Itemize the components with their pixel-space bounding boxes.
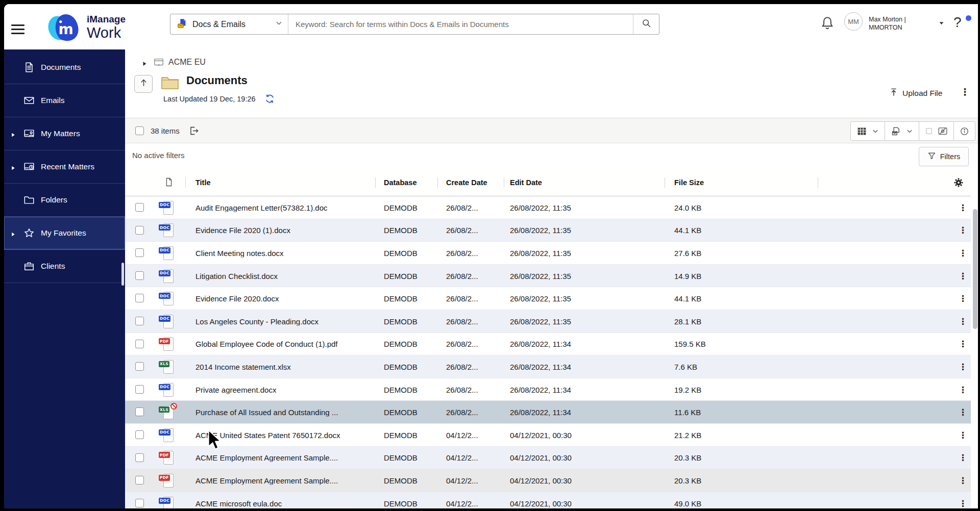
table-row[interactable]: PDF ACME Employment Agreement Sample....… (125, 447, 971, 470)
row-checkbox[interactable] (135, 248, 144, 257)
sidebar-item-emails[interactable]: Emails (4, 84, 125, 117)
row-actions-kebab[interactable]: ⋮ (959, 293, 967, 304)
row-checkbox[interactable] (135, 362, 144, 371)
table-row[interactable]: XLS Purchase of All Issued and Outstandi… (125, 401, 971, 424)
row-title[interactable]: Los Angeles County - Pleading.docx (195, 317, 379, 325)
column-header-create-date[interactable]: Create Date (446, 178, 487, 187)
row-actions-kebab[interactable]: ⋮ (959, 498, 967, 508)
row-checkbox[interactable] (135, 226, 144, 235)
sidebar-scrollbar[interactable] (121, 263, 124, 286)
sidebar-item-my-favorites[interactable]: My Favorites (4, 217, 125, 250)
navigate-up-button[interactable] (134, 75, 153, 93)
sidebar-item-my-matters[interactable]: My Matters (4, 117, 125, 150)
table-row[interactable]: DOC Private agreement.docx DEMODB 26/08/… (125, 378, 971, 401)
row-actions-kebab[interactable]: ⋮ (959, 202, 967, 213)
row-edit-date: 26/08/2022, 11:35 (510, 248, 571, 257)
column-settings-gear-icon[interactable] (953, 177, 964, 188)
row-title[interactable]: Global Employee Code of Conduct (1).pdf (195, 340, 379, 348)
row-actions-kebab[interactable]: ⋮ (959, 407, 967, 418)
row-title[interactable]: ACME United States Patent 7650172.docx (195, 430, 379, 439)
row-actions-kebab[interactable]: ⋮ (959, 225, 967, 236)
search-scope-dropdown[interactable]: Docs & Emails (170, 14, 288, 34)
table-row[interactable]: DOC Los Angeles County - Pleading.docx D… (125, 310, 971, 333)
notifications-bell-icon[interactable] (820, 15, 835, 31)
row-checkbox[interactable] (135, 430, 144, 439)
breadcrumb[interactable]: ACME EU (168, 58, 206, 67)
row-actions-kebab[interactable]: ⋮ (959, 384, 967, 395)
table-row[interactable]: DOC ACME United States Patent 7650172.do… (125, 424, 971, 447)
table-row[interactable]: DOC ACME microsoft eula.doc DEMODB 04/12… (125, 492, 971, 508)
sidebar-item-clients[interactable]: Clients (4, 250, 125, 283)
row-title[interactable]: Purchase of All Issued and Outstanding .… (195, 408, 379, 417)
row-title[interactable]: ACME microsoft eula.doc (195, 499, 379, 507)
row-title[interactable]: Client Meeting notes.docx (195, 248, 379, 257)
row-checkbox[interactable] (135, 453, 144, 462)
user-avatar[interactable]: MM (844, 12, 863, 31)
row-actions-kebab[interactable]: ⋮ (959, 429, 967, 440)
file-type-icon: PDF (161, 473, 174, 488)
row-actions-kebab[interactable]: ⋮ (959, 270, 967, 281)
sidebar-item-folders[interactable]: Folders (4, 184, 125, 217)
select-all-checkbox[interactable] (135, 126, 144, 135)
row-checkbox[interactable] (135, 476, 144, 484)
table-row[interactable]: DOC Evidence File 2020 (1).docx DEMODB 2… (125, 219, 971, 242)
row-actions-kebab[interactable]: ⋮ (959, 361, 967, 372)
row-checkbox[interactable] (135, 340, 144, 348)
table-row[interactable]: DOC Client Meeting notes.docx DEMODB 26/… (125, 242, 971, 265)
row-actions-kebab[interactable]: ⋮ (959, 339, 967, 349)
column-header-edit-date[interactable]: Edit Date (510, 178, 542, 187)
table-row[interactable]: XLS 2014 Income statement.xlsx DEMODB 26… (125, 355, 971, 378)
row-title[interactable]: Evidence File 2020.docx (195, 294, 379, 303)
row-title[interactable]: Private agreement.docx (195, 385, 379, 394)
row-actions-kebab[interactable]: ⋮ (959, 452, 967, 463)
expand-caret-icon[interactable] (10, 131, 16, 136)
info-button[interactable] (954, 122, 975, 140)
items-toolbar: 38 items (125, 118, 978, 143)
doc-email-view-button[interactable] (885, 122, 919, 140)
row-checkbox[interactable] (135, 385, 144, 394)
row-actions-kebab[interactable]: ⋮ (959, 475, 967, 486)
row-checkbox[interactable] (135, 271, 144, 280)
upload-file-button[interactable]: Upload File (889, 87, 942, 99)
row-checkbox[interactable] (135, 499, 144, 507)
page-actions-kebab[interactable]: ⋮ (960, 86, 970, 98)
column-header-database[interactable]: Database (384, 178, 416, 187)
row-title[interactable]: Evidence File 2020 (1).docx (195, 226, 379, 235)
column-header-title[interactable]: Title (195, 178, 211, 187)
search-input[interactable]: Keyword: Search for terms within Docs & … (288, 14, 633, 34)
row-database: DEMODB (384, 499, 418, 507)
row-title[interactable]: ACME Employment Agreement Sample.... (195, 453, 379, 462)
export-icon[interactable] (189, 125, 200, 136)
preview-toggle-group[interactable] (919, 122, 954, 140)
table-view-button[interactable] (851, 122, 885, 140)
sidebar-item-documents[interactable]: Documents (4, 51, 125, 84)
filters-button[interactable]: Filters (919, 147, 969, 166)
row-actions-kebab[interactable]: ⋮ (959, 316, 967, 326)
table-row[interactable]: DOC Evidence File 2020.docx DEMODB 26/08… (125, 287, 971, 310)
row-actions-kebab[interactable]: ⋮ (959, 247, 967, 258)
row-title[interactable]: ACME Employment Agreement Sample.... (195, 476, 379, 484)
table-row[interactable]: DOC Audit Engagement Letter(57382.1).doc… (125, 196, 971, 219)
expand-caret-icon[interactable] (10, 164, 16, 169)
breadcrumb-caret-icon[interactable] (141, 60, 148, 66)
row-title[interactable]: Audit Engagement Letter(57382.1).doc (195, 203, 379, 212)
search-button[interactable] (633, 14, 659, 34)
user-menu-caret-icon[interactable] (938, 19, 945, 26)
row-checkbox[interactable] (135, 203, 144, 212)
table-row[interactable]: DOC Litigation Checklist.docx DEMODB 26/… (125, 265, 971, 288)
table-row[interactable]: PDF ACME Employment Agreement Sample....… (125, 469, 971, 492)
table-scrollbar[interactable] (973, 209, 977, 329)
row-file-size: 19.2 KB (674, 385, 701, 394)
hamburger-menu-icon[interactable] (11, 24, 24, 34)
column-header-file-size[interactable]: File Size (674, 178, 704, 187)
sidebar-item-recent-matters[interactable]: Recent Matters (4, 150, 125, 184)
expand-caret-icon[interactable] (10, 230, 16, 236)
row-title[interactable]: 2014 Income statement.xlsx (195, 362, 379, 371)
row-checkbox[interactable] (135, 317, 144, 325)
row-title[interactable]: Litigation Checklist.docx (195, 271, 379, 280)
help-button[interactable]: ? (953, 14, 962, 31)
row-checkbox[interactable] (135, 407, 144, 416)
row-checkbox[interactable] (135, 294, 144, 302)
table-row[interactable]: PDF Global Employee Code of Conduct (1).… (125, 333, 971, 356)
refresh-icon[interactable] (264, 93, 275, 104)
